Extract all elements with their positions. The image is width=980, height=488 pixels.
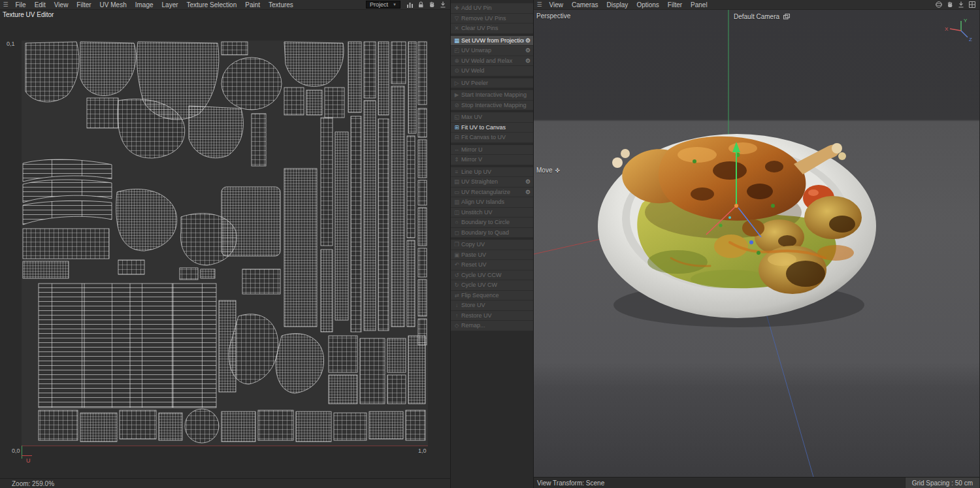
uv-straighten-icon: ▤ bbox=[452, 178, 461, 185]
menu-item[interactable]: View bbox=[545, 1, 568, 8]
menu-item[interactable]: View bbox=[50, 1, 73, 8]
uv-command[interactable]: ↓ Store UV bbox=[451, 301, 533, 311]
camera-label[interactable]: Default Camera bbox=[734, 12, 791, 21]
uv-canvas[interactable]: 0,1 0,0 1,0 U bbox=[0, 19, 450, 478]
uv-command[interactable]: ▷ UV Peeler bbox=[451, 78, 533, 89]
uv-command[interactable]: ❐ Copy UV bbox=[451, 240, 533, 250]
menu-item[interactable]: Paint bbox=[241, 1, 265, 8]
menu-item[interactable]: Image bbox=[131, 1, 157, 8]
uv-command[interactable]: ▶ Start Interactive Mapping bbox=[451, 90, 533, 101]
menu-item[interactable]: Edit bbox=[30, 1, 50, 8]
uv-command[interactable]: ◫ Unstitch UV bbox=[451, 208, 533, 218]
download-icon[interactable] bbox=[956, 1, 966, 9]
uv-editor-title: Texture UV Editor bbox=[3, 11, 54, 18]
uv-command[interactable]: ↺ Cycle UV CCW bbox=[451, 270, 533, 281]
menu-item[interactable]: File bbox=[11, 1, 30, 8]
move-cross-icon: ✜ bbox=[555, 167, 560, 174]
clear-uv-pins-icon: ✕ bbox=[452, 25, 461, 31]
hand-icon[interactable] bbox=[945, 1, 955, 9]
remap-icon: ◇ bbox=[452, 322, 461, 329]
camera-frame-icon bbox=[782, 12, 791, 21]
mirror-u-icon: ⇔ bbox=[452, 146, 461, 153]
uv-command[interactable]: ◱ Max UV bbox=[451, 112, 533, 123]
uv-command[interactable]: ◻ Boundary to Quad bbox=[451, 228, 533, 238]
menu-item[interactable]: Filter bbox=[663, 1, 686, 8]
hand-icon[interactable] bbox=[427, 1, 436, 9]
hamburger-icon[interactable]: ☰ bbox=[0, 1, 11, 8]
hamburger-icon[interactable]: ☰ bbox=[534, 1, 545, 8]
view-mode-label[interactable]: Perspective bbox=[536, 12, 570, 20]
uv-unit-square[interactable] bbox=[22, 41, 428, 446]
uv-command[interactable]: ⊟ Fit Canvas to UV bbox=[451, 133, 533, 143]
app-window: ☰ FileEditViewFilterUV MeshImageLayerTex… bbox=[0, 0, 980, 488]
download-icon[interactable] bbox=[438, 1, 448, 9]
grid-icon[interactable] bbox=[968, 1, 977, 9]
gear-icon[interactable]: ⚙ bbox=[524, 37, 532, 44]
uv-command[interactable]: ▦ Set UVW from Projection ⚙ bbox=[451, 36, 533, 46]
uv-command[interactable]: ↑ Restore UV bbox=[451, 311, 533, 321]
uv-command[interactable]: ◰ UV Unwrap ⚙ bbox=[451, 46, 533, 56]
columns-icon[interactable] bbox=[405, 1, 414, 9]
axis-gizmo[interactable]: Y X Z bbox=[944, 16, 974, 45]
viewport-3d[interactable]: Perspective Default Camera Move ✜ Y X Z bbox=[534, 10, 979, 477]
uv-command[interactable]: ✚ Add UV Pin bbox=[451, 3, 533, 14]
uv-command[interactable]: ⇕ Mirror V bbox=[451, 155, 533, 165]
uv-command[interactable]: ⊕ UV Weld and Relax ⚙ bbox=[451, 56, 533, 67]
uv-command[interactable]: ▥ Align UV Islands bbox=[451, 197, 533, 208]
menu-item[interactable]: UV Mesh bbox=[95, 1, 131, 8]
sphere-icon[interactable] bbox=[934, 1, 943, 9]
uv-u-axis-label: U bbox=[26, 457, 31, 464]
menu-item[interactable]: Options bbox=[632, 1, 663, 8]
uv-command[interactable]: ○ Boundary to Circle bbox=[451, 218, 533, 228]
uv-command-panel: ✚ Add UV Pin ▽ Remove UV Pins ✕ Clear UV… bbox=[451, 0, 534, 488]
mirror-v-icon: ⇕ bbox=[452, 156, 461, 163]
uv-editor-menubar: ☰ FileEditViewFilterUV MeshImageLayerTex… bbox=[0, 0, 450, 10]
viewport-toolbar bbox=[934, 1, 979, 9]
uv-command-list: ✚ Add UV Pin ▽ Remove UV Pins ✕ Clear UV… bbox=[451, 0, 533, 331]
uv-command[interactable]: ✕ Clear UV Pins bbox=[451, 24, 533, 34]
gear-icon[interactable]: ⚙ bbox=[524, 47, 532, 54]
lock-icon[interactable] bbox=[416, 1, 425, 9]
restore-uv-icon: ↑ bbox=[452, 312, 461, 319]
menu-item[interactable]: Filter bbox=[73, 1, 95, 8]
gear-icon[interactable]: ⚙ bbox=[524, 57, 532, 64]
uv-command[interactable]: ⊙ UV Weld bbox=[451, 66, 533, 76]
menu-item[interactable]: Cameras bbox=[568, 1, 603, 8]
gear-icon[interactable]: ⚙ bbox=[524, 189, 532, 195]
align-uv-islands-icon: ▥ bbox=[452, 199, 461, 205]
grid-spacing-status: Grid Spacing : 50 cm bbox=[905, 478, 979, 488]
uv-u-axis-line bbox=[22, 446, 428, 446]
view-transform-status: View Transform: Scene bbox=[534, 480, 604, 487]
uv-command[interactable]: ⇄ Flip Sequence bbox=[451, 291, 533, 301]
uv-command[interactable]: ▣ Paste UV bbox=[451, 250, 533, 261]
uv-command[interactable]: ▭ UV Rectangularize ⚙ bbox=[451, 187, 533, 198]
uv-wireframe bbox=[22, 41, 428, 446]
viewport-statusbar: View Transform: Scene Grid Spacing : 50 … bbox=[534, 477, 979, 488]
gear-icon[interactable]: ⚙ bbox=[524, 178, 532, 185]
menu-item[interactable]: Textures bbox=[265, 1, 298, 8]
uv-weld-icon: ⊙ bbox=[452, 67, 461, 74]
project-dropdown[interactable]: Project ▼ bbox=[366, 1, 400, 8]
zoom-status: Zoom: 259.0% bbox=[12, 480, 54, 487]
menu-item[interactable]: Texture Selection bbox=[182, 1, 241, 8]
uv-rectangularize-icon: ▭ bbox=[452, 189, 461, 195]
uv-unwrap-icon: ◰ bbox=[452, 47, 461, 54]
axis-x-label: X bbox=[945, 26, 949, 32]
uv-command[interactable]: ◇ Remap... bbox=[451, 321, 533, 331]
uv-command[interactable]: ⇔ Mirror U bbox=[451, 145, 533, 155]
menu-item[interactable]: Display bbox=[602, 1, 632, 8]
active-tool-label[interactable]: Move ✜ bbox=[536, 167, 560, 174]
menu-item[interactable]: Layer bbox=[157, 1, 182, 8]
uv-u-axis-tick bbox=[22, 455, 32, 456]
uv-command[interactable]: ▽ Remove UV Pins bbox=[451, 14, 533, 24]
menu-item[interactable]: Panel bbox=[687, 1, 712, 8]
uv-command[interactable]: ⊘ Stop Interactive Mapping bbox=[451, 101, 533, 111]
cycle-uv-ccw-icon: ↺ bbox=[452, 272, 461, 278]
uv-corner-label-00: 0,0 bbox=[12, 447, 20, 454]
uv-command[interactable]: ▤ UV Straighten ⚙ bbox=[451, 177, 533, 187]
viewport-scene bbox=[534, 10, 979, 477]
uv-command[interactable]: ⊞ Fit UV to Canvas bbox=[451, 123, 533, 133]
uv-command[interactable]: ↶ Reset UV bbox=[451, 260, 533, 270]
uv-command[interactable]: ↻ Cycle UV CW bbox=[451, 280, 533, 291]
uv-command[interactable]: ≡ Line Up UV bbox=[451, 167, 533, 178]
